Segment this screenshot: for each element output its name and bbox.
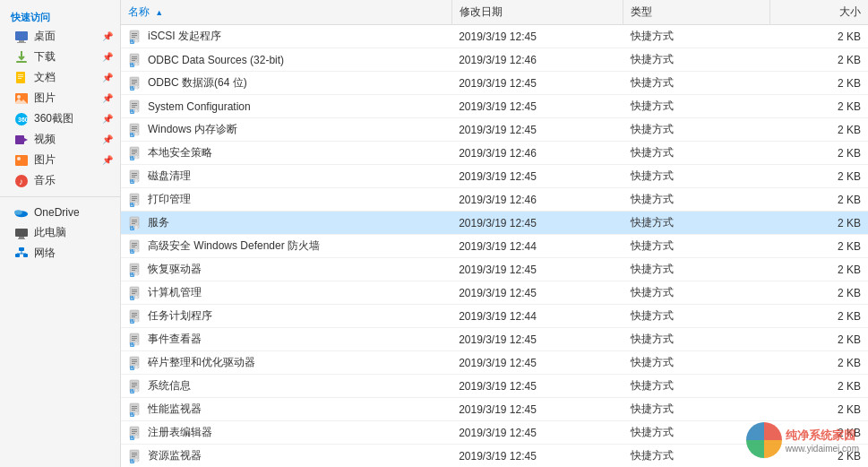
sidebar-item-pics2[interactable]: 图片 📌 bbox=[0, 150, 120, 170]
svg-rect-66 bbox=[132, 173, 137, 174]
file-type-icon: LNK bbox=[128, 402, 142, 417]
svg-rect-22 bbox=[18, 238, 25, 239]
svg-text:LNK: LNK bbox=[131, 39, 140, 44]
svg-rect-102 bbox=[132, 313, 137, 314]
file-type-icon: LNK bbox=[128, 426, 142, 440]
sidebar-item-network[interactable]: 网络 bbox=[0, 243, 120, 264]
table-row[interactable]: LNK System Configuration 2019/3/19 12:45… bbox=[121, 95, 868, 118]
sidebar-item-thispc-label: 此电脑 bbox=[34, 225, 66, 240]
column-header-size[interactable]: 大小 bbox=[770, 0, 868, 25]
svg-text:LNK: LNK bbox=[131, 248, 140, 254]
file-date-cell: 2019/3/19 12:45 bbox=[451, 258, 623, 281]
table-row[interactable]: LNK 本地安全策略 2019/3/19 12:46 快捷方式 2 KB bbox=[121, 142, 868, 165]
svg-rect-54 bbox=[132, 126, 137, 127]
svg-rect-49 bbox=[132, 105, 137, 106]
table-row[interactable]: LNK 打印管理 2019/3/19 12:46 快捷方式 2 KB bbox=[121, 188, 868, 212]
column-header-type[interactable]: 类型 bbox=[623, 0, 770, 25]
svg-rect-133 bbox=[132, 431, 137, 432]
file-type-icon: LNK bbox=[128, 333, 142, 347]
file-type-cell: 快捷方式 bbox=[623, 48, 770, 72]
table-row[interactable]: LNK 计算机管理 2019/3/19 12:45 快捷方式 2 KB bbox=[121, 281, 868, 305]
sidebar-item-download[interactable]: 下载 📌 bbox=[0, 47, 120, 67]
table-row[interactable]: LNK 服务 2019/3/19 12:45 快捷方式 2 KB bbox=[121, 212, 868, 235]
file-type-icon: LNK bbox=[128, 263, 142, 277]
sidebar-item-pics[interactable]: 图片 📌 bbox=[0, 88, 120, 108]
file-name-label: 系统信息 bbox=[148, 378, 191, 393]
docs-icon bbox=[14, 71, 29, 85]
file-size-cell: 2 KB bbox=[770, 235, 868, 258]
table-row[interactable]: LNK 高级安全 Windows Defender 防火墙 2019/3/19 … bbox=[121, 235, 868, 258]
file-type-cell: 快捷方式 bbox=[623, 212, 770, 235]
file-name-cell: LNK 恢复驱动器 bbox=[121, 258, 451, 281]
table-row[interactable]: LNK 恢复驱动器 2019/3/19 12:45 快捷方式 2 KB bbox=[121, 258, 868, 281]
sidebar-item-video[interactable]: 视频 📌 bbox=[0, 129, 120, 150]
svg-rect-38 bbox=[132, 60, 135, 61]
file-name-label: 事件查看器 bbox=[148, 332, 202, 347]
desktop-icon bbox=[14, 30, 29, 44]
file-name-cell: LNK 计算机管理 bbox=[121, 281, 451, 305]
file-type-cell: 快捷方式 bbox=[623, 258, 770, 281]
column-header-date[interactable]: 修改日期 bbox=[451, 0, 623, 25]
file-date-cell: 2019/3/19 12:45 bbox=[451, 281, 623, 305]
svg-point-19 bbox=[14, 210, 22, 214]
table-row[interactable]: LNK 事件查看器 2019/3/19 12:45 快捷方式 2 KB bbox=[121, 328, 868, 351]
svg-rect-60 bbox=[132, 150, 137, 151]
table-row[interactable]: LNK 系统信息 2019/3/19 12:45 快捷方式 2 KB bbox=[121, 375, 868, 398]
file-name-cell: LNK 本地安全策略 bbox=[121, 142, 451, 165]
svg-rect-56 bbox=[132, 130, 135, 131]
file-name-cell: LNK 服务 bbox=[121, 212, 451, 235]
svg-rect-55 bbox=[132, 128, 137, 129]
download-icon bbox=[14, 50, 29, 65]
file-type-icon: LNK bbox=[128, 379, 142, 393]
sidebar-item-pics2-label: 图片 bbox=[34, 152, 56, 168]
quick-access-label[interactable]: 快速访问 bbox=[0, 7, 120, 26]
sidebar-item-docs[interactable]: 文档 📌 bbox=[0, 67, 120, 88]
table-row[interactable]: LNK ODBC 数据源(64 位) 2019/3/19 12:45 快捷方式 … bbox=[121, 72, 868, 95]
table-row[interactable]: LNK 磁盘清理 2019/3/19 12:45 快捷方式 2 KB bbox=[121, 165, 868, 188]
svg-text:LNK: LNK bbox=[131, 155, 140, 160]
file-size-cell: 2 KB bbox=[770, 258, 868, 281]
sidebar-item-onedrive[interactable]: OneDrive bbox=[0, 203, 120, 222]
file-size-cell: 2 KB bbox=[770, 118, 868, 142]
svg-rect-7 bbox=[18, 78, 21, 79]
file-name-cell: LNK ODBC Data Sources (32-bit) bbox=[121, 48, 451, 72]
file-name-cell: LNK 碎片整理和优化驱动器 bbox=[121, 351, 451, 375]
table-row[interactable]: LNK ODBC Data Sources (32-bit) 2019/3/19… bbox=[121, 48, 868, 72]
video-icon bbox=[14, 133, 29, 147]
table-row[interactable]: LNK 性能监视器 2019/3/19 12:45 快捷方式 2 KB bbox=[121, 398, 868, 421]
table-row[interactable]: LNK iSCSI 发起程序 2019/3/19 12:45 快捷方式 2 KB bbox=[121, 25, 868, 48]
file-type-icon: LNK bbox=[128, 286, 142, 300]
file-date-cell: 2019/3/19 12:45 bbox=[451, 398, 623, 421]
file-name-cell: LNK 打印管理 bbox=[121, 188, 451, 212]
file-date-cell: 2019/3/19 12:46 bbox=[451, 142, 623, 165]
table-row[interactable]: LNK 碎片整理和优化驱动器 2019/3/19 12:45 快捷方式 2 KB bbox=[121, 351, 868, 375]
sidebar-item-360[interactable]: 360 360截图 📌 bbox=[0, 108, 120, 129]
file-date-cell: 2019/3/19 12:45 bbox=[451, 118, 623, 142]
svg-rect-73 bbox=[132, 198, 137, 199]
sidebar-item-desktop[interactable]: 桌面 📌 bbox=[0, 26, 120, 47]
file-size-cell: 2 KB bbox=[770, 375, 868, 398]
svg-rect-80 bbox=[132, 223, 135, 224]
sidebar-item-music[interactable]: ♪ 音乐 bbox=[0, 170, 120, 191]
file-date-cell: 2019/3/19 12:46 bbox=[451, 188, 623, 212]
table-row[interactable]: LNK 任务计划程序 2019/3/19 12:44 快捷方式 2 KB bbox=[121, 305, 868, 328]
watermark-logo-icon bbox=[746, 422, 782, 458]
file-name-cell: LNK 磁盘清理 bbox=[121, 165, 451, 188]
sidebar-item-onedrive-label: OneDrive bbox=[34, 206, 80, 219]
file-type-icon: LNK bbox=[128, 449, 142, 463]
svg-text:LNK: LNK bbox=[131, 132, 140, 137]
svg-rect-20 bbox=[15, 229, 28, 237]
file-name-cell: LNK 注册表编辑器 bbox=[121, 421, 451, 445]
svg-rect-61 bbox=[132, 151, 137, 152]
file-name-label: 磁盘清理 bbox=[148, 169, 191, 184]
file-type-cell: 快捷方式 bbox=[623, 375, 770, 398]
svg-rect-32 bbox=[132, 37, 135, 38]
column-header-name[interactable]: 名称 ▲ bbox=[121, 0, 451, 25]
sidebar-item-thispc[interactable]: 此电脑 bbox=[0, 222, 120, 243]
svg-rect-42 bbox=[132, 80, 137, 81]
svg-rect-120 bbox=[132, 383, 137, 384]
svg-rect-116 bbox=[132, 363, 135, 364]
svg-rect-43 bbox=[132, 82, 137, 82]
svg-rect-31 bbox=[132, 35, 137, 36]
table-row[interactable]: LNK Windows 内存诊断 2019/3/19 12:45 快捷方式 2 … bbox=[121, 118, 868, 142]
